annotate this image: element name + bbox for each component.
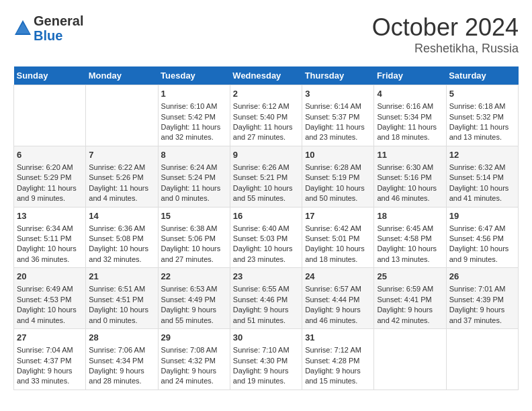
day-number: 8 [161,149,227,161]
day-info: Daylight: 10 hours and 50 minutes. [305,183,371,204]
day-info: Daylight: 11 hours and 13 minutes. [449,122,515,143]
day-info: Daylight: 11 hours and 4 minutes. [89,183,154,204]
day-info: Sunset: 5:08 PM [89,234,154,244]
calendar-cell: 15Sunrise: 6:38 AMSunset: 5:06 PMDayligh… [158,207,230,268]
day-info: Sunrise: 6:51 AM [89,284,154,294]
day-info: Sunrise: 7:06 AM [89,345,154,355]
month-title: October 2024 [372,13,519,42]
col-sunday: Sunday [14,66,86,85]
calendar-cell: 2Sunrise: 6:12 AMSunset: 5:40 PMDaylight… [230,85,302,146]
day-info: Daylight: 9 hours and 24 minutes. [161,366,227,387]
day-info: Daylight: 11 hours and 18 minutes. [377,122,443,143]
day-number: 28 [89,332,154,344]
day-info: Sunset: 4:28 PM [305,356,371,366]
day-info: Sunrise: 7:08 AM [161,345,227,355]
location-title: Reshetikha, Russia [372,42,519,56]
calendar-cell [86,85,158,146]
day-info: Sunrise: 6:36 AM [89,224,154,234]
day-info: Sunset: 5:42 PM [161,112,227,122]
day-info: Sunset: 4:37 PM [17,356,83,366]
calendar-cell: 5Sunrise: 6:18 AMSunset: 5:32 PMDaylight… [446,85,518,146]
day-info: Daylight: 10 hours and 27 minutes. [161,244,227,265]
day-number: 9 [233,149,299,161]
calendar-cell: 14Sunrise: 6:36 AMSunset: 5:08 PMDayligh… [86,207,158,268]
day-info: Sunset: 5:11 PM [17,234,83,244]
col-tuesday: Tuesday [158,66,230,85]
day-info: Sunset: 5:14 PM [449,173,515,183]
calendar-table: Sunday Monday Tuesday Wednesday Thursday… [13,66,519,390]
col-friday: Friday [374,66,446,85]
calendar-cell: 12Sunrise: 6:32 AMSunset: 5:14 PMDayligh… [446,146,518,207]
calendar-week-row: 6Sunrise: 6:20 AMSunset: 5:29 PMDaylight… [14,146,519,207]
calendar-week-row: 27Sunrise: 7:04 AMSunset: 4:37 PMDayligh… [14,329,519,390]
day-info: Sunrise: 6:55 AM [233,284,299,294]
day-info: Daylight: 9 hours and 42 minutes. [377,305,443,326]
day-number: 6 [17,149,83,161]
day-info: Sunset: 5:16 PM [377,173,443,183]
logo-icon [13,19,32,38]
day-number: 18 [377,210,443,222]
calendar-cell: 29Sunrise: 7:08 AMSunset: 4:32 PMDayligh… [158,329,230,390]
day-info: Daylight: 9 hours and 55 minutes. [161,305,227,326]
day-info: Daylight: 11 hours and 23 minutes. [305,122,371,143]
day-info: Sunrise: 7:12 AM [305,345,371,355]
day-info: Sunrise: 6:49 AM [17,284,83,294]
day-info: Sunset: 4:32 PM [161,356,227,366]
day-info: Sunrise: 6:26 AM [233,163,299,173]
day-info: Sunrise: 6:18 AM [449,101,515,111]
calendar-cell: 18Sunrise: 6:45 AMSunset: 4:58 PMDayligh… [374,207,446,268]
calendar-cell: 10Sunrise: 6:28 AMSunset: 5:19 PMDayligh… [302,146,374,207]
day-info: Sunset: 4:46 PM [233,295,299,305]
page-container: General Blue October 2024 Reshetikha, Ru… [0,0,532,397]
day-info: Sunrise: 6:24 AM [161,163,227,173]
day-info: Daylight: 11 hours and 0 minutes. [161,183,227,204]
calendar-cell: 23Sunrise: 6:55 AMSunset: 4:46 PMDayligh… [230,268,302,329]
day-info: Sunrise: 6:28 AM [305,163,371,173]
calendar-cell: 16Sunrise: 6:40 AMSunset: 5:03 PMDayligh… [230,207,302,268]
day-number: 3 [305,88,371,100]
calendar-cell: 21Sunrise: 6:51 AMSunset: 4:51 PMDayligh… [86,268,158,329]
day-info: Sunrise: 7:04 AM [17,345,83,355]
day-number: 17 [305,210,371,222]
calendar-cell: 26Sunrise: 7:01 AMSunset: 4:39 PMDayligh… [446,268,518,329]
day-info: Sunset: 4:58 PM [377,234,443,244]
day-info: Sunrise: 6:57 AM [305,284,371,294]
day-info: Sunrise: 6:59 AM [377,284,443,294]
calendar-header: Sunday Monday Tuesday Wednesday Thursday… [14,66,519,85]
day-number: 2 [233,88,299,100]
calendar-cell: 31Sunrise: 7:12 AMSunset: 4:28 PMDayligh… [302,329,374,390]
title-block: October 2024 Reshetikha, Russia [372,13,519,56]
day-info: Daylight: 11 hours and 32 minutes. [161,122,227,143]
calendar-cell: 25Sunrise: 6:59 AMSunset: 4:41 PMDayligh… [374,268,446,329]
calendar-cell: 1Sunrise: 6:10 AMSunset: 5:42 PMDaylight… [158,85,230,146]
col-thursday: Thursday [302,66,374,85]
day-info: Daylight: 10 hours and 23 minutes. [233,244,299,265]
day-number: 31 [305,332,371,344]
day-info: Sunrise: 6:32 AM [449,163,515,173]
day-info: Sunset: 5:26 PM [89,173,154,183]
day-info: Daylight: 10 hours and 55 minutes. [233,183,299,204]
day-info: Sunset: 4:41 PM [377,295,443,305]
calendar-cell: 4Sunrise: 6:16 AMSunset: 5:34 PMDaylight… [374,85,446,146]
calendar-cell: 27Sunrise: 7:04 AMSunset: 4:37 PMDayligh… [14,329,86,390]
day-info: Daylight: 9 hours and 15 minutes. [305,366,371,387]
day-info: Sunrise: 6:47 AM [449,224,515,234]
calendar-cell: 30Sunrise: 7:10 AMSunset: 4:30 PMDayligh… [230,329,302,390]
calendar-cell: 7Sunrise: 6:22 AMSunset: 5:26 PMDaylight… [86,146,158,207]
day-number: 23 [233,271,299,283]
logo-general: General [34,13,83,28]
day-info: Sunset: 5:01 PM [305,234,371,244]
day-info: Daylight: 10 hours and 13 minutes. [377,244,443,265]
calendar-cell: 13Sunrise: 6:34 AMSunset: 5:11 PMDayligh… [14,207,86,268]
day-info: Sunset: 4:51 PM [89,295,154,305]
day-info: Daylight: 9 hours and 37 minutes. [449,305,515,326]
day-info: Sunset: 4:39 PM [449,295,515,305]
day-info: Sunrise: 6:40 AM [233,224,299,234]
calendar-cell: 3Sunrise: 6:14 AMSunset: 5:37 PMDaylight… [302,85,374,146]
day-number: 25 [377,271,443,283]
day-info: Daylight: 9 hours and 46 minutes. [305,305,371,326]
logo-blue: Blue [34,28,83,43]
calendar-cell [446,329,518,390]
calendar-week-row: 20Sunrise: 6:49 AMSunset: 4:53 PMDayligh… [14,268,519,329]
day-info: Sunrise: 6:10 AM [161,101,227,111]
